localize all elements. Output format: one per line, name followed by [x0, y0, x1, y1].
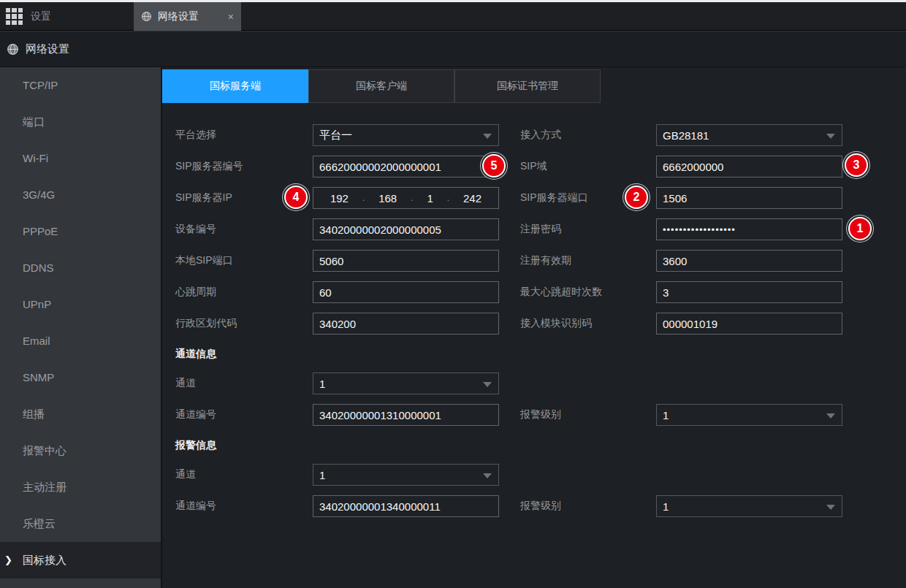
page-title: 网络设置 — [26, 42, 69, 56]
top-tab-bar: 设置 网络设置 × — [0, 2, 906, 31]
step-badge-2: 2 — [625, 186, 648, 209]
step-badge-1: 1 — [848, 217, 872, 240]
access-module-id-input[interactable] — [656, 313, 842, 335]
chevron-right-icon: ❯ — [4, 542, 12, 579]
tab-network-settings-label: 网络设置 — [158, 10, 199, 23]
form-row: 设备编号 注册密码 — [175, 218, 891, 240]
sidebar-item-wifi[interactable]: Wi-Fi — [0, 140, 161, 177]
chevron-down-icon — [826, 134, 835, 139]
sidebar-item-alarm-center[interactable]: 报警中心 — [0, 432, 161, 469]
sidebar-item-lechange[interactable]: 乐橙云 — [0, 505, 161, 542]
channel-select-value: 1 — [319, 378, 325, 390]
channel-select[interactable]: 1 — [313, 373, 499, 394]
alarm-level-select[interactable]: 1 — [656, 404, 842, 426]
alarm-channel-label: 通道 — [175, 468, 313, 481]
platform-select-value: 平台一 — [319, 129, 352, 142]
alarm-channel-select[interactable]: 1 — [313, 464, 499, 486]
step-badge-5: 5 — [482, 154, 506, 177]
sidebar-item-ddns[interactable]: DDNS — [0, 250, 161, 286]
sidebar-item-upnp[interactable]: UPnP — [0, 286, 161, 323]
chevron-down-icon — [826, 413, 835, 419]
channel-number-input[interactable] — [313, 404, 499, 426]
ip-octet-4[interactable]: 242 — [463, 192, 481, 205]
register-validity-input[interactable] — [656, 250, 842, 272]
device-id-input[interactable] — [313, 218, 499, 240]
sip-domain-label: SIP域 — [520, 160, 656, 173]
platform-select[interactable]: 平台一 — [313, 124, 499, 146]
tab-settings[interactable]: 设置 — [31, 10, 51, 23]
sidebar-item-gb-access-label: 国标接入 — [23, 554, 66, 566]
admin-region-code-label: 行政区划代码 — [175, 317, 313, 330]
sidebar-item-3g4g[interactable]: 3G/4G — [0, 177, 161, 213]
platform-select-label: 平台选择 — [175, 129, 313, 142]
register-validity-label: 注册有效期 — [520, 254, 656, 267]
alarm-channel-number-label: 通道编号 — [175, 500, 313, 513]
alarm-level-value: 1 — [663, 409, 669, 421]
local-sip-port-input[interactable] — [313, 250, 499, 272]
local-sip-port-label: 本地SIP端口 — [175, 254, 313, 267]
sidebar-item-snmp[interactable]: SNMP — [0, 359, 161, 396]
form-row: 本地SIP端口 注册有效期 — [175, 250, 891, 272]
max-heartbeat-timeout-label: 最大心跳超时次数 — [520, 286, 656, 299]
channel-info-title: 通道信息 — [175, 348, 891, 359]
sidebar-item-auto-register[interactable]: 主动注册 — [0, 469, 161, 505]
alarm-level-value: 1 — [663, 500, 669, 513]
step-badge-4: 4 — [284, 186, 308, 209]
access-mode-value: GB28181 — [663, 129, 709, 142]
ip-octet-3[interactable]: 1 — [427, 192, 433, 205]
form-row: 通道 1 — [175, 373, 891, 394]
max-heartbeat-timeout-input[interactable] — [656, 281, 842, 303]
alarm-level-select[interactable]: 1 — [656, 495, 842, 517]
sidebar: TCP/IP 端口 Wi-Fi 3G/4G PPPoE DDNS UPnP Em… — [0, 67, 162, 588]
globe-icon — [7, 43, 19, 56]
sidebar-item-port[interactable]: 端口 — [0, 104, 161, 140]
sidebar-item-email[interactable]: Email — [0, 323, 161, 359]
sip-domain-input[interactable] — [656, 156, 842, 177]
form-row: 心跳周期 最大心跳超时次数 — [175, 281, 891, 303]
sidebar-item-gb-access[interactable]: ❯ 国标接入 — [0, 542, 161, 579]
gb-access-panel: 国标服务端 国标客户端 国标证书管理 平台选择 平台一 接入方式 GB28181 — [162, 67, 906, 588]
register-password-input[interactable] — [656, 218, 842, 240]
chevron-down-icon — [483, 382, 492, 387]
tab-gb-client[interactable]: 国标客户端 — [308, 69, 454, 103]
gb-server-form: 平台选择 平台一 接入方式 GB28181 SIP服务器编号 SIP域 — [175, 124, 891, 527]
chevron-down-icon — [826, 505, 835, 510]
heartbeat-period-input[interactable] — [313, 281, 499, 303]
device-id-label: 设备编号 — [175, 223, 313, 236]
globe-icon — [141, 11, 152, 22]
alarm-level-label: 报警级别 — [520, 408, 656, 421]
sip-server-id-input[interactable] — [313, 156, 499, 177]
step-badge-3: 3 — [845, 153, 868, 177]
sidebar-item-tcpip[interactable]: TCP/IP — [0, 67, 161, 104]
page-header: 网络设置 — [0, 31, 906, 67]
form-row: 通道编号 报警级别 1 — [175, 495, 891, 517]
sip-server-port-input[interactable] — [656, 187, 842, 209]
channel-number-label: 通道编号 — [175, 408, 313, 421]
alarm-channel-number-input[interactable] — [313, 495, 499, 517]
form-row: 通道 1 — [175, 464, 891, 486]
ip-dot: . — [362, 193, 365, 203]
form-row: 平台选择 平台一 接入方式 GB28181 — [175, 124, 891, 146]
admin-region-code-input[interactable] — [313, 313, 499, 335]
form-row: 通道编号 报警级别 1 — [175, 404, 891, 426]
access-mode-select[interactable]: GB28181 — [656, 124, 842, 146]
alarm-level-label: 报警级别 — [520, 500, 656, 513]
tab-network-settings[interactable]: 网络设置 × — [134, 2, 241, 31]
access-mode-label: 接入方式 — [520, 129, 656, 142]
sidebar-item-multicast[interactable]: 组播 — [0, 396, 161, 432]
close-icon[interactable]: × — [228, 12, 234, 22]
tab-gb-server[interactable]: 国标服务端 — [162, 69, 308, 103]
form-row: 行政区划代码 接入模块识别码 — [175, 313, 891, 335]
alarm-channel-value: 1 — [319, 469, 325, 481]
sip-server-ip-input[interactable]: 192 . 168 . 1 . 242 — [313, 187, 499, 209]
apps-grid-icon[interactable] — [6, 8, 23, 25]
channel-label: 通道 — [175, 377, 313, 390]
sidebar-item-pppoe[interactable]: PPPoE — [0, 213, 161, 250]
sip-server-id-label: SIP服务器编号 — [175, 160, 313, 173]
ip-octet-2[interactable]: 168 — [378, 192, 397, 205]
tab-gb-certificate[interactable]: 国标证书管理 — [454, 69, 601, 103]
form-row: SIP服务器编号 SIP域 — [175, 156, 891, 177]
ip-octet-1[interactable]: 192 — [330, 192, 349, 205]
gb-tab-bar: 国标服务端 国标客户端 国标证书管理 — [162, 69, 601, 103]
ip-dot: . — [447, 193, 449, 203]
